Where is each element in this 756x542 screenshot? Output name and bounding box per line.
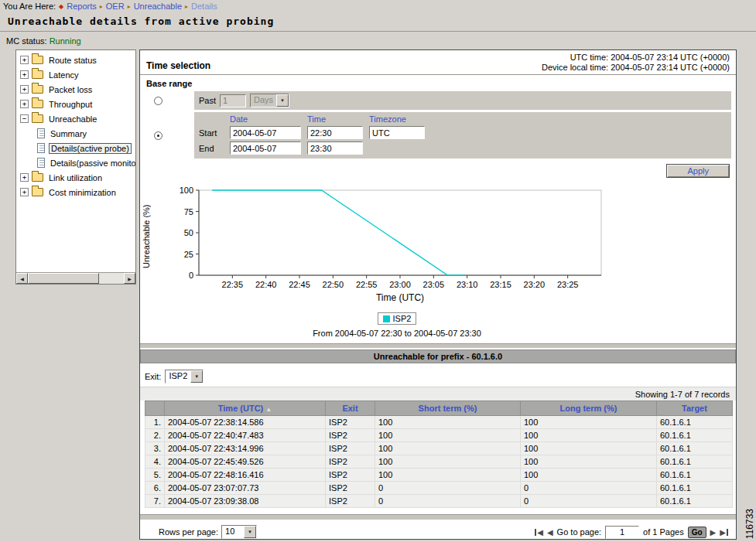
tree-expander-icon[interactable] <box>20 173 29 182</box>
tree-item-label[interactable]: Details(active probe) <box>49 143 132 154</box>
dropdown-arrow-icon: ▼ <box>244 526 256 538</box>
tree-item[interactable]: Details(active probe) <box>16 141 135 155</box>
tree-item-label[interactable]: Route status <box>47 56 98 65</box>
table-row[interactable]: 2. 2004-05-07 22:40:47.483 ISP2 100 100 … <box>145 429 733 442</box>
tree-item[interactable]: Cost minimization <box>16 185 135 199</box>
scroll-right-icon[interactable]: ▶ <box>124 273 135 284</box>
row-number: 5. <box>145 469 165 482</box>
svg-text:0: 0 <box>189 271 193 280</box>
tree-item-label[interactable]: Summary <box>49 129 88 138</box>
go-button[interactable]: Go <box>688 527 706 538</box>
date-column-header: Date <box>230 114 301 124</box>
end-time-input[interactable] <box>307 141 363 155</box>
column-header-target[interactable]: Target <box>657 401 733 416</box>
scrollbar-thumb[interactable] <box>28 273 99 284</box>
sort-asc-icon[interactable]: ▲ <box>265 406 272 413</box>
rows-per-page-select[interactable]: 10 ▼ <box>221 525 257 539</box>
tree-horizontal-scrollbar[interactable]: ◀ ▶ <box>16 272 135 284</box>
start-date-input[interactable] <box>230 126 301 139</box>
past-range-radio[interactable] <box>154 97 162 105</box>
tree-item-label[interactable]: Latency <box>47 70 80 80</box>
tree-item[interactable]: Latency <box>16 67 135 82</box>
legend-series-label: ISP2 <box>393 314 412 323</box>
tree-item[interactable]: Link utilization <box>16 170 135 185</box>
scrollbar-track[interactable] <box>99 273 124 284</box>
first-page-icon[interactable]: ◀ <box>535 528 543 537</box>
start-timezone-input[interactable] <box>369 126 425 139</box>
past-unit-select[interactable]: Days ▼ <box>250 94 289 107</box>
svg-text:75: 75 <box>184 207 193 216</box>
exit-select[interactable]: ISP2 ▼ <box>165 370 204 383</box>
tree-expander-icon[interactable] <box>20 85 29 94</box>
tree-expander-icon[interactable] <box>20 188 29 196</box>
table-row[interactable]: 5. 2004-05-07 22:48:16.416 ISP2 100 100 … <box>145 469 733 482</box>
tree-expander-icon[interactable] <box>20 70 29 79</box>
cell-target: 60.1.6.1 <box>657 442 733 455</box>
table-header-row: Time (UTC)▲ Exit Short term (%) Long ter… <box>145 401 733 416</box>
table-row[interactable]: 4. 2004-05-07 22:45:49.526 ISP2 100 100 … <box>145 455 733 469</box>
tree-item[interactable]: Unreachable <box>16 111 135 126</box>
tree-item-label[interactable]: Cost minimization <box>47 188 118 197</box>
timezone-column-header: Timezone <box>369 114 425 124</box>
column-header-short-term[interactable]: Short term (%) <box>375 401 521 416</box>
start-time-input[interactable] <box>307 126 363 139</box>
column-header-time[interactable]: Time (UTC)▲ <box>165 401 326 416</box>
column-header-exit[interactable]: Exit <box>326 401 375 416</box>
breadcrumb-arrow-icon: ▸ <box>185 3 188 10</box>
table-row[interactable]: 7. 2004-05-07 23:09:38.08 ISP2 0 0 60.1.… <box>145 495 733 508</box>
table-row[interactable]: 6. 2004-05-07 23:07:07.73 ISP2 0 0 60.1.… <box>145 482 733 495</box>
past-value-input[interactable] <box>220 94 246 107</box>
pages-count-label: of 1 Pages <box>643 527 684 537</box>
next-page-icon[interactable]: ▶ <box>710 528 717 537</box>
column-header-long-term[interactable]: Long term (%) <box>521 401 657 416</box>
tree-item-label[interactable]: Packet loss <box>47 85 94 94</box>
tree-item-label[interactable]: Unreachable <box>47 114 98 124</box>
explicit-range-row: Date Time Timezone Start End <box>145 112 731 159</box>
tree-node-icon <box>32 100 43 108</box>
table-footer: Rows per page: 10 ▼ ◀ ◀ Go to page: of 1… <box>140 520 736 539</box>
tree-expander-icon[interactable] <box>20 56 29 64</box>
tree-expander-icon[interactable] <box>20 100 29 108</box>
end-date-input[interactable] <box>230 141 301 155</box>
cell-exit: ISP2 <box>326 482 375 495</box>
cell-long-term: 0 <box>521 495 657 508</box>
breadcrumb-link[interactable]: OER <box>106 2 125 11</box>
breadcrumb-item: ▸ Unreachable <box>128 2 182 11</box>
table-row[interactable]: 3. 2004-05-07 22:43:14.996 ISP2 100 100 … <box>145 442 733 455</box>
base-range-section: Base range Past Days ▼ <box>140 75 736 161</box>
breadcrumb-link[interactable]: Reports <box>67 2 97 11</box>
tree-item[interactable]: Throughput <box>16 97 135 111</box>
scroll-left-icon[interactable]: ◀ <box>16 273 28 284</box>
svg-text:23:20: 23:20 <box>524 280 546 289</box>
previous-page-icon[interactable]: ◀ <box>547 528 553 537</box>
last-page-icon[interactable]: ▶ <box>720 528 728 537</box>
device-local-time: Device local time: 2004-05-07 23:14 UTC … <box>542 63 730 72</box>
breadcrumb-item: ▸ Details <box>185 2 217 11</box>
tree-expander-icon[interactable] <box>20 114 29 123</box>
breadcrumb-link[interactable]: Details <box>191 2 217 11</box>
tree-item-label[interactable]: Throughput <box>47 100 94 109</box>
tree-item[interactable]: Summary <box>16 126 135 141</box>
tree-item-label[interactable]: Link utilization <box>47 173 104 182</box>
page-number-input[interactable] <box>605 526 639 539</box>
tree-item[interactable]: Details(passive monito <box>16 155 135 170</box>
apply-button[interactable]: Apply <box>666 164 730 178</box>
cell-short-term: 100 <box>375 429 521 442</box>
svg-text:23:25: 23:25 <box>557 280 579 289</box>
y-axis-label: Unreachable (%) <box>142 196 151 277</box>
pagination-controls: ◀ ◀ Go to page: of 1 Pages Go ▶ ▶ <box>535 526 728 539</box>
tree-item-label[interactable]: Details(passive monito <box>49 159 135 168</box>
table-row[interactable]: 1. 2004-05-07 22:38:14.586 ISP2 100 100 … <box>145 416 733 429</box>
cell-short-term: 100 <box>375 442 521 455</box>
section-divider <box>140 343 736 348</box>
breadcrumb-link[interactable]: Unreachable <box>134 2 182 11</box>
cell-time: 2004-05-07 23:09:38.08 <box>165 495 326 508</box>
tree-item[interactable]: Route status <box>16 53 135 67</box>
dropdown-arrow-icon: ▼ <box>190 370 203 383</box>
svg-text:23:00: 23:00 <box>389 280 411 289</box>
svg-text:23:10: 23:10 <box>457 280 478 289</box>
explicit-range-radio[interactable] <box>154 131 162 140</box>
tree-item[interactable]: Packet loss <box>16 82 135 97</box>
mc-status: MC status: Running <box>6 36 756 46</box>
unreachable-table: Time (UTC)▲ Exit Short term (%) Long ter… <box>145 401 733 508</box>
